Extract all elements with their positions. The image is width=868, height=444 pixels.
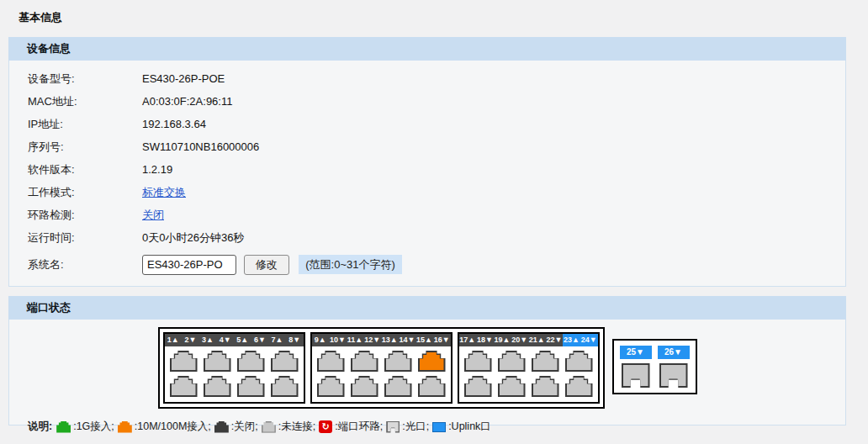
info-row-label: 设备型号: bbox=[9, 71, 142, 87]
rj45-port-icon bbox=[271, 351, 299, 372]
port-loop-icon: ↻ bbox=[319, 420, 332, 433]
port-number-label: 4▼ bbox=[216, 334, 234, 346]
legend-caption: 说明: bbox=[28, 420, 52, 434]
ports-grid bbox=[165, 346, 304, 402]
rj45-port-icon bbox=[351, 351, 378, 372]
port-group: 9▲10▼11▲12▼13▲14▼15▲16▼ bbox=[310, 332, 453, 404]
info-row-value: 1.2.19 bbox=[142, 163, 172, 176]
rj45-port-icon bbox=[351, 376, 378, 397]
legend-item: :10M/100M接入; bbox=[118, 420, 211, 434]
port-status-panel: 端口状态 1▲2▼3▲4▼5▲6▼7▲8▼9▲10▼11▲12▼13▲14▼15… bbox=[8, 296, 846, 426]
rj45-ports-box: 1▲2▼3▲4▼5▲6▼7▲8▼9▲10▼11▲12▼13▲14▼15▲16▼1… bbox=[158, 327, 605, 409]
legend-item: :1G接入; bbox=[56, 420, 114, 434]
rj45-port-icon bbox=[204, 351, 231, 372]
info-row-link[interactable]: 关闭 bbox=[142, 209, 164, 221]
port-number-label: 2▼ bbox=[182, 334, 199, 346]
ports-grid bbox=[312, 346, 451, 402]
port-number-label: 15▲ bbox=[415, 334, 433, 346]
port-number-label: 19▲ bbox=[494, 334, 511, 346]
legend-item-label: :1G接入; bbox=[73, 420, 114, 434]
port-number-label: 10▼ bbox=[329, 334, 347, 346]
rj45-port-icon bbox=[418, 376, 446, 397]
info-row-link[interactable]: 标准交换 bbox=[142, 186, 186, 198]
port-group-header: 17▲18▼19▲20▼21▲22▼23▲24▼ bbox=[459, 334, 598, 346]
info-row-label: 环路检测: bbox=[9, 208, 142, 223]
device-info-panel: 设备信息 设备型号:ES430-26P-POEMAC地址:A0:03:0F:2A… bbox=[8, 37, 846, 287]
port-number-label: 5▲ bbox=[234, 334, 251, 346]
port-number-label: 24▼ bbox=[580, 334, 598, 346]
info-row: 运行时间:0天0小时26分钟36秒 bbox=[9, 226, 845, 249]
rj45-port-icon bbox=[170, 376, 198, 397]
port-legend: 说明: :1G接入;:10M/100M接入;:关闭;:未连接;↻:端口环路;:光… bbox=[9, 409, 845, 434]
info-row-value: 关闭 bbox=[142, 208, 164, 223]
info-row-label: MAC地址: bbox=[9, 94, 142, 109]
port-number-label: 21▲ bbox=[528, 334, 546, 346]
rj45-port-icon bbox=[317, 376, 345, 397]
port-number-label: 11▲ bbox=[347, 334, 364, 346]
info-row-value: 192.168.3.64 bbox=[142, 118, 206, 130]
rj45-port-icon bbox=[464, 351, 492, 372]
rj45-port-icon bbox=[237, 376, 265, 397]
info-row-label: 运行时间: bbox=[9, 230, 142, 246]
sfp-port-column: 25▼ bbox=[620, 346, 652, 388]
port-number-label: 7▲ bbox=[268, 334, 286, 346]
info-row: 设备型号:ES430-26P-POE bbox=[9, 67, 845, 90]
legend-item-label: :未连接; bbox=[278, 420, 315, 434]
port-number-label: 3▲ bbox=[199, 334, 217, 346]
sfp-port-column: 26▼ bbox=[658, 346, 690, 388]
legend-item: :光口; bbox=[386, 420, 429, 434]
legend-item-label: :端口环路; bbox=[335, 420, 383, 434]
system-name-range-hint: (范围:0~31个字符) bbox=[299, 255, 402, 274]
rj45-orange-icon bbox=[118, 421, 132, 433]
sfp-port-icon bbox=[659, 363, 688, 388]
device-info-header: 设备信息 bbox=[8, 37, 846, 61]
legend-item-label: :光口; bbox=[402, 420, 429, 434]
info-row-label: IP地址: bbox=[9, 117, 142, 132]
page-title: 基本信息 bbox=[0, 0, 868, 37]
system-name-input[interactable] bbox=[142, 255, 236, 275]
info-row: 软件版本:1.2.19 bbox=[9, 158, 845, 181]
sfp-port-icon bbox=[622, 363, 650, 388]
info-row-label: 工作模式: bbox=[9, 185, 142, 200]
system-name-label: 系统名: bbox=[9, 257, 142, 272]
port-number-label: 6▼ bbox=[251, 334, 269, 346]
ports-grid bbox=[459, 346, 598, 402]
info-row-value: 0天0小时26分钟36秒 bbox=[142, 230, 244, 246]
info-row: 序列号:SW110710NB16000006 bbox=[9, 135, 845, 158]
rj45-port-icon bbox=[565, 376, 593, 397]
legend-item-label: :关闭; bbox=[231, 420, 258, 434]
switch-port-diagram: 1▲2▼3▲4▼5▲6▼7▲8▼9▲10▼11▲12▼13▲14▼15▲16▼1… bbox=[9, 327, 845, 409]
legend-item-label: :10M/100M接入; bbox=[135, 420, 211, 434]
rj45-port-icon bbox=[317, 351, 345, 372]
info-row: MAC地址:A0:03:0F:2A:96:11 bbox=[9, 90, 845, 113]
legend-item: :未连接; bbox=[262, 420, 315, 434]
rj45-port-icon bbox=[532, 376, 559, 397]
port-number-label: 16▼ bbox=[433, 334, 451, 346]
rj45-port-icon bbox=[384, 376, 412, 397]
info-row: 环路检测:关闭 bbox=[9, 204, 845, 226]
port-number-label: 13▲ bbox=[381, 334, 399, 346]
port-number-label: 20▼ bbox=[511, 334, 528, 346]
rj45-port-icon bbox=[271, 376, 299, 397]
info-row-value: 标准交换 bbox=[142, 185, 186, 200]
info-row: 工作模式:标准交换 bbox=[9, 181, 845, 204]
rj45-port-icon bbox=[237, 351, 265, 372]
rj45-port-icon bbox=[418, 351, 446, 372]
port-number-label: 23▲ bbox=[563, 334, 580, 346]
legend-item: ↻:端口环路; bbox=[319, 420, 383, 434]
port-number-label: 22▼ bbox=[546, 334, 564, 346]
legend-item-label: :Uplink口 bbox=[448, 420, 491, 434]
device-info-body: 设备型号:ES430-26P-POEMAC地址:A0:03:0F:2A:96:1… bbox=[8, 61, 846, 287]
port-status-header: 端口状态 bbox=[8, 296, 846, 320]
port-group: 1▲2▼3▲4▼5▲6▼7▲8▼ bbox=[163, 332, 305, 404]
info-row: IP地址:192.168.3.64 bbox=[9, 113, 845, 135]
port-number-label: 1▲ bbox=[165, 334, 183, 346]
rj45-port-icon bbox=[384, 351, 412, 372]
port-number-label: 8▼ bbox=[286, 334, 304, 346]
modify-button[interactable]: 修改 bbox=[244, 255, 289, 275]
port-number-label: 17▲ bbox=[459, 334, 477, 346]
port-number-label: 18▼ bbox=[476, 334, 494, 346]
info-row-label: 序列号: bbox=[9, 140, 142, 155]
port-group-header: 1▲2▼3▲4▼5▲6▼7▲8▼ bbox=[165, 334, 304, 346]
port-number-label: 12▼ bbox=[363, 334, 381, 346]
